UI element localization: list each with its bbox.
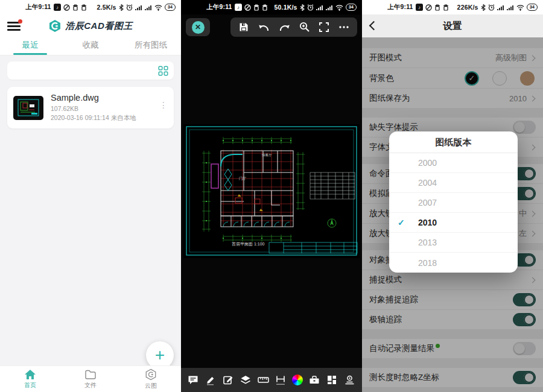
- dialog-title: 图纸版本: [389, 131, 518, 153]
- file-list-item[interactable]: Sample.dwg 107.62KB 2020-03-16 09:11:14 …: [7, 87, 174, 128]
- version-option-2010[interactable]: ✓ 2010: [389, 213, 518, 233]
- tab-favorites[interactable]: 收藏: [60, 37, 121, 55]
- trash-icon: [253, 4, 259, 11]
- cell-signal-icon: [497, 4, 504, 11]
- status-bar: 上午9:11 ♪ 50.1K/s 34: [181, 0, 362, 14]
- file-name: Sample.dwg: [51, 93, 168, 103]
- cad-caption: 首层平面图 1:100: [232, 242, 265, 247]
- cell-signal-icon: [326, 4, 333, 11]
- layers-icon[interactable]: [240, 374, 252, 386]
- tab-recent[interactable]: 最近: [0, 37, 60, 55]
- comment-icon[interactable]: [187, 374, 199, 386]
- settings-screen-panel: 上午9:11 ♪ 226K/s 34 设置 开图模式 高级制图 背景色: [362, 0, 543, 392]
- undo-icon[interactable]: [257, 21, 270, 33]
- nav-files-label: 文件: [84, 381, 97, 390]
- bluetooth-icon: [481, 4, 486, 11]
- svg-text:♪: ♪: [418, 5, 421, 10]
- trash-icon: [443, 4, 449, 11]
- file-thumbnail: [13, 96, 43, 120]
- home-screen-panel: 上午9:11 ♪ 2.5K/s 34 浩辰CAD看图王: [0, 0, 181, 392]
- draw-pencil-icon[interactable]: [205, 374, 217, 386]
- wifi-icon: [154, 4, 162, 11]
- status-bar: 上午9:11 ♪ 226K/s 34: [362, 0, 543, 14]
- svg-text:♪: ♪: [56, 5, 59, 10]
- file-date-source: 2020-03-16 09:11:14 来自本地: [51, 113, 168, 122]
- cell-signal-icon: [316, 4, 323, 11]
- battery-icon: 34: [527, 4, 538, 11]
- bluetooth-icon: [119, 4, 124, 11]
- status-time: 上午9:11: [25, 3, 51, 11]
- version-option-2000[interactable]: 2000: [389, 153, 518, 173]
- cad-room-label-restaurant: 快餐厅: [262, 153, 272, 157]
- zoom-icon[interactable]: [299, 21, 311, 33]
- cell-signal-icon: [135, 4, 142, 11]
- file-more-menu-icon[interactable]: ⋮: [159, 103, 168, 108]
- back-icon[interactable]: [369, 21, 379, 31]
- status-time: 上午9:11: [206, 3, 232, 11]
- file-date: 2020-03-16 09:11:14: [51, 114, 109, 121]
- save-icon[interactable]: [238, 21, 250, 33]
- cad-room-label-lobby: 门厅: [239, 176, 246, 180]
- nav-cloud[interactable]: 云图: [121, 366, 181, 392]
- more-options-icon[interactable]: [338, 21, 350, 33]
- status-time: 上午9:11: [387, 3, 413, 11]
- cad-drawing-canvas[interactable]: 首层平面图 1:100 门厅 快餐厅: [183, 124, 360, 258]
- battery-icon: 34: [346, 4, 357, 11]
- version-option-2004[interactable]: 2004: [389, 173, 518, 193]
- version-option-2018[interactable]: 2018: [389, 253, 518, 273]
- edit-note-icon[interactable]: [222, 374, 234, 386]
- nav-home-label: 首页: [24, 381, 36, 390]
- cell-signal-icon: [145, 4, 152, 11]
- do-not-disturb-icon: [63, 4, 70, 11]
- file-source: 来自本地: [111, 114, 136, 121]
- view-projection-icon[interactable]: [343, 374, 356, 386]
- color-wheel-icon[interactable]: [292, 375, 303, 385]
- music-app-icon: ♪: [54, 4, 61, 11]
- nav-files[interactable]: 文件: [60, 366, 121, 392]
- viewer-bottom-toolbar: [181, 368, 362, 392]
- cell-signal-icon: [507, 4, 514, 11]
- drawing-version-dialog: 图纸版本 2000 2004 2007 ✓ 2010 2013 2018: [389, 131, 518, 273]
- viewer-toolbar: [230, 17, 357, 37]
- tab-bar: 最近 收藏 所有图纸: [0, 37, 181, 55]
- app-logo-icon: [48, 19, 62, 33]
- redo-icon[interactable]: [278, 21, 291, 33]
- tab-all-drawings[interactable]: 所有图纸: [121, 37, 181, 55]
- bottom-navigation: 首页 文件 云图: [0, 365, 181, 392]
- app-header: 浩辰CAD看图王: [0, 14, 181, 37]
- layout-blocks-icon[interactable]: [326, 374, 338, 386]
- version-option-2013[interactable]: 2013: [389, 233, 518, 253]
- ruler-measure-icon[interactable]: [257, 374, 270, 386]
- hamburger-menu-icon[interactable]: [7, 22, 21, 33]
- app-brand: 浩辰CAD看图王: [48, 19, 133, 33]
- settings-header: 设置: [362, 14, 543, 37]
- do-not-disturb-icon: [244, 4, 251, 11]
- grid-view-icon[interactable]: [158, 66, 168, 76]
- wifi-icon: [335, 4, 343, 11]
- network-speed: 226K/s: [457, 4, 478, 11]
- measure-distance-icon[interactable]: [275, 374, 287, 386]
- viewer-screen-panel: 上午9:11 ♪ 50.1K/s 34 ✕: [181, 0, 362, 392]
- file-meta: Sample.dwg 107.62KB 2020-03-16 09:11:14 …: [51, 93, 168, 122]
- notification-dot: [18, 19, 22, 24]
- wifi-icon: [516, 4, 524, 11]
- search-input[interactable]: [7, 62, 174, 80]
- trash-icon: [81, 4, 87, 11]
- nav-home[interactable]: 首页: [0, 366, 60, 392]
- trash-icon: [72, 4, 78, 11]
- nav-cloud-label: 云图: [145, 382, 157, 390]
- fullscreen-icon[interactable]: [318, 21, 330, 33]
- version-option-2007[interactable]: 2007: [389, 193, 518, 213]
- music-app-icon: ♪: [235, 4, 242, 11]
- alarm-icon: [488, 4, 495, 11]
- cloud-drawings-icon: [145, 368, 157, 381]
- home-icon: [24, 369, 36, 380]
- music-app-icon: ♪: [416, 4, 423, 11]
- toolbox-icon[interactable]: [308, 374, 320, 386]
- close-icon: ✕: [192, 21, 205, 34]
- network-speed: 50.1K/s: [274, 4, 297, 11]
- bluetooth-icon: [300, 4, 305, 11]
- svg-text:♪: ♪: [237, 5, 240, 10]
- close-drawing-button[interactable]: ✕: [186, 18, 210, 36]
- trash-icon: [434, 4, 440, 11]
